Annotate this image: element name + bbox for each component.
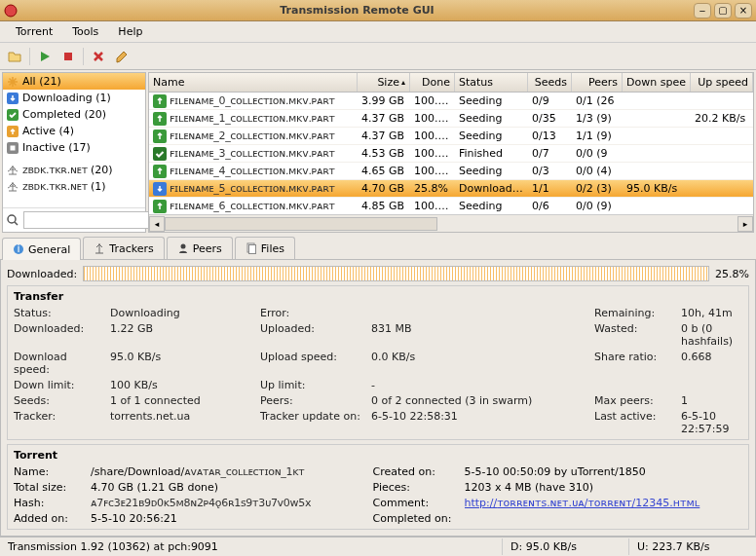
- col-done[interactable]: Done: [410, 73, 455, 92]
- svg-rect-6: [11, 145, 16, 150]
- svg-rect-1: [64, 53, 72, 60]
- status-icon: [153, 130, 167, 143]
- status-up: U: 223.7 KB/s: [629, 538, 756, 555]
- torrent-row[interactable]: ꜰɪʟᴇɴᴀᴍᴇ_5_ᴄᴏʟʟᴇᴄᴛɪᴏɴ.ᴍᴋᴠ.ᴘᴀʀᴛ4.70 GB25.…: [149, 180, 753, 198]
- status-connection: Transmission 1.92 (10362) at pch:9091: [0, 538, 503, 555]
- tracker-icon: [7, 181, 19, 193]
- menubar: Torrent Tools Help: [0, 21, 756, 43]
- app-icon: [4, 4, 18, 18]
- menu-tools[interactable]: Tools: [62, 23, 108, 40]
- svg-point-0: [5, 5, 17, 17]
- torrent-row[interactable]: ꜰɪʟᴇɴᴀᴍᴇ_2_ᴄᴏʟʟᴇᴄᴛɪᴏɴ.ᴍᴋᴠ.ᴘᴀʀᴛ4.37 GB100…: [149, 128, 753, 145]
- status-icon: [153, 112, 167, 126]
- tab-files[interactable]: Files: [235, 237, 295, 259]
- transfer-section: Transfer Status:Downloading Error: Remai…: [7, 285, 749, 440]
- column-headers: Name Size▴ Done Status Seeds Peers Down …: [149, 73, 753, 93]
- col-name[interactable]: Name: [149, 73, 358, 92]
- torrent-section: Torrent Name: /share/Download/ᴀᴠᴀᴛᴀʀ_ᴄᴏʟ…: [7, 444, 749, 530]
- horizontal-scrollbar[interactable]: ◂ ▸: [149, 214, 753, 232]
- filter-item[interactable]: Active (4): [3, 123, 145, 139]
- svg-text:i: i: [17, 243, 19, 255]
- svg-point-7: [8, 215, 16, 223]
- statusbar: Transmission 1.92 (10362) at pch:9091 D:…: [0, 537, 756, 556]
- down-icon: [7, 93, 19, 104]
- progress-bar: [83, 266, 709, 281]
- torrent-row[interactable]: ꜰɪʟᴇɴᴀᴍᴇ_4_ᴄᴏʟʟᴇᴄᴛɪᴏɴ.ᴍᴋᴠ.ᴘᴀʀᴛ4.65 GB100…: [149, 163, 753, 180]
- status-icon: [153, 182, 167, 196]
- col-downspeed[interactable]: Down spee: [623, 73, 691, 92]
- detail-tabs: iGeneral Trackers Peers Files: [0, 237, 756, 260]
- status-icon: [153, 200, 167, 213]
- col-peers[interactable]: Peers: [572, 73, 623, 92]
- tracker-icon: [7, 165, 19, 176]
- scroll-right-icon[interactable]: ▸: [737, 216, 753, 232]
- asterisk-icon: [7, 76, 19, 88]
- window-title: Transmission Remote GUI: [23, 4, 691, 17]
- preferences-button[interactable]: [111, 46, 132, 67]
- torrent-row[interactable]: ꜰɪʟᴇɴᴀᴍᴇ_0_ᴄᴏʟʟᴇᴄᴛɪᴏɴ.ᴍᴋᴠ.ᴘᴀʀᴛ3.99 GB100…: [149, 93, 753, 110]
- filter-item[interactable]: ᴢʙᴅᴋ.ᴛᴋʀ.ɴᴇᴛ (20): [3, 162, 145, 178]
- filter-item[interactable]: All (21): [3, 73, 145, 90]
- menu-help[interactable]: Help: [108, 23, 152, 40]
- up-icon: [7, 126, 19, 137]
- scroll-left-icon[interactable]: ◂: [149, 216, 165, 232]
- comment-link[interactable]: http://ᴛᴏʀʀᴇɴᴛꜱ.ɴᴇᴛ.ᴜᴀ/ᴛᴏʀʀᴇɴᴛ/12345.ʜᴛᴍ…: [465, 497, 743, 509]
- sidebar: All (21)Downloading (1)Completed (20)Act…: [2, 72, 146, 233]
- status-down: D: 95.0 KB/s: [503, 538, 629, 555]
- stop-button[interactable]: [57, 46, 79, 67]
- tab-trackers[interactable]: Trackers: [83, 237, 164, 259]
- col-size[interactable]: Size▴: [358, 73, 410, 92]
- downloaded-label: Downloaded:: [7, 268, 77, 280]
- search-icon: [6, 213, 19, 227]
- toolbar: [0, 43, 756, 70]
- minimize-button[interactable]: ‒: [694, 3, 711, 19]
- remove-button[interactable]: [88, 46, 109, 67]
- start-button[interactable]: [34, 46, 56, 67]
- col-status[interactable]: Status: [455, 73, 528, 92]
- status-icon: [153, 94, 167, 108]
- status-icon: [153, 165, 167, 178]
- menu-torrent[interactable]: Torrent: [6, 23, 62, 40]
- titlebar: Transmission Remote GUI ‒ ▢ ×: [0, 0, 756, 21]
- filter-item[interactable]: Downloading (1): [3, 90, 145, 106]
- stop-icon: [7, 142, 19, 154]
- torrent-grid: Name Size▴ Done Status Seeds Peers Down …: [148, 72, 754, 233]
- col-seeds[interactable]: Seeds: [528, 73, 572, 92]
- torrent-row[interactable]: ꜰɪʟᴇɴᴀᴍᴇ_6_ᴄᴏʟʟᴇᴄᴛɪᴏɴ.ᴍᴋᴠ.ᴘᴀʀᴛ4.85 GB100…: [149, 198, 753, 214]
- status-icon: [153, 147, 167, 161]
- svg-rect-11: [153, 147, 167, 161]
- torrent-title: Torrent: [14, 449, 742, 462]
- filter-item[interactable]: Inactive (17): [3, 139, 145, 156]
- tab-peers[interactable]: Peers: [167, 237, 233, 259]
- tab-general[interactable]: iGeneral: [2, 238, 81, 260]
- filter-item[interactable]: Completed (20): [3, 106, 145, 123]
- progress-pct: 25.8%: [715, 268, 749, 280]
- transfer-title: Transfer: [14, 290, 742, 303]
- maximize-button[interactable]: ▢: [714, 3, 732, 19]
- svg-point-18: [180, 244, 185, 249]
- open-button[interactable]: [4, 46, 25, 67]
- filter-item[interactable]: ᴢʙᴅᴋ.ᴛᴋʀ.ɴᴇᴛ (1): [3, 178, 145, 195]
- svg-rect-20: [248, 245, 255, 254]
- general-pane: Downloaded: 25.8% Transfer Status:Downlo…: [0, 260, 756, 537]
- torrent-row[interactable]: ꜰɪʟᴇɴᴀᴍᴇ_1_ᴄᴏʟʟᴇᴄᴛɪᴏɴ.ᴍᴋᴠ.ᴘᴀʀᴛ4.37 GB100…: [149, 110, 753, 128]
- torrent-row[interactable]: ꜰɪʟᴇɴᴀᴍᴇ_3_ᴄᴏʟʟᴇᴄᴛɪᴏɴ.ᴍᴋᴠ.ᴘᴀʀᴛ4.53 GB100…: [149, 145, 753, 163]
- col-upspeed[interactable]: Up speed: [691, 73, 753, 92]
- close-button[interactable]: ×: [735, 3, 752, 19]
- check-icon: [7, 109, 19, 121]
